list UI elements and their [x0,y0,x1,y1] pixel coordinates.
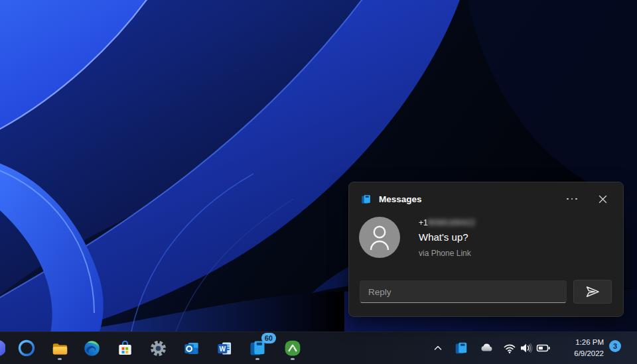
outlook-icon [182,339,200,357]
tray-onedrive[interactable] [476,337,497,359]
settings-gear-icon [149,339,167,357]
speaker-icon [518,340,534,356]
taskbar-app-file-explorer[interactable] [46,335,73,361]
send-button[interactable] [573,280,612,304]
reply-row [360,280,612,304]
taskbar-app-word[interactable]: W [211,335,238,361]
send-icon [585,285,601,298]
microsoft-store-icon [116,339,134,357]
file-explorer-icon [51,339,69,357]
close-icon [599,195,607,204]
word-icon: W [216,339,234,357]
message-text: What's up? [419,230,475,244]
messages-app-icon [360,194,372,205]
cortana-icon [17,339,36,357]
chevron-up-icon [431,341,445,355]
sender-phone-number: +19086169422 [419,217,475,228]
ellipsis-icon [567,198,577,200]
cloud-icon [478,340,494,356]
taskbar-app-phone-link[interactable]: 60 [244,335,271,361]
toast-texts: +19086169422 What's up? via Phone Link [419,217,475,259]
alltrails-icon [284,339,301,357]
sender-masked-digits: 9086169422 [428,217,476,228]
unread-count-badge: 60 [261,333,276,343]
taskbar-app-microsoft-store[interactable] [111,335,138,361]
running-indicator [255,358,259,360]
tray-phone-link[interactable] [451,337,472,359]
via-phone-link-label: via Phone Link [419,248,475,259]
taskbar-app-edge[interactable] [78,335,105,361]
contact-avatar [359,217,400,258]
edge-icon [83,339,101,357]
toast-header: Messages [349,182,623,207]
more-options-button[interactable] [562,191,582,207]
running-indicator [291,358,295,360]
reply-input[interactable] [360,280,567,303]
cropped-taskbar-icon[interactable] [0,339,5,357]
taskbar: W 60 [0,332,637,364]
battery-icon [535,339,552,357]
phone-link-tray-icon [454,341,468,355]
tray-time: 1:26 PM [551,337,604,348]
notification-count-badge[interactable]: 3 [609,340,621,352]
taskbar-app-outlook[interactable] [178,335,204,361]
running-indicator [58,358,62,360]
person-icon [366,223,393,251]
toast-title: Messages [379,194,562,204]
tray-show-hidden-icons[interactable] [427,337,449,359]
taskbar-app-cortana[interactable] [13,335,40,361]
tray-clock[interactable]: 1:26 PM 6/9/2022 [551,337,604,359]
svg-text:W: W [219,345,226,353]
taskbar-app-alltrails[interactable] [279,335,306,361]
toast-body[interactable]: +19086169422 What's up? via Phone Link [349,207,623,259]
tray-date: 6/9/2022 [551,348,604,359]
messages-notification-toast: Messages +19086169422 What's up? via Pho… [348,182,624,317]
taskbar-app-settings[interactable] [145,335,171,361]
close-button[interactable] [593,191,612,207]
